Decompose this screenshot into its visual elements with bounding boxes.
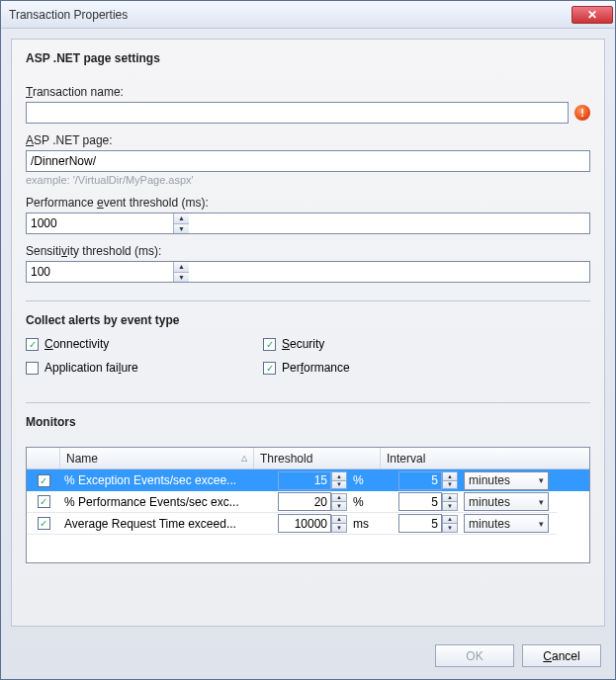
row-checkbox[interactable]: ✓: [38, 495, 50, 508]
spin-up-icon[interactable]: ▲: [174, 262, 189, 273]
interval-spinner[interactable]: ▲▼: [442, 471, 458, 489]
table-row[interactable]: ✓% Exception Events/sec excee...15▲▼%5▲▼…: [27, 469, 589, 491]
spin-up-icon[interactable]: ▲: [443, 472, 457, 481]
row-name: % Performance Events/sec exc...: [60, 491, 254, 513]
header-checkbox-col[interactable]: [27, 448, 60, 468]
asp-page-input[interactable]: [26, 150, 590, 172]
section-heading-alerts: Collect alerts by event type: [26, 313, 590, 327]
row-checkbox[interactable]: ✓: [38, 474, 50, 487]
spin-up-icon[interactable]: ▲: [332, 494, 346, 503]
spinner-buttons[interactable]: ▲▼: [173, 213, 189, 233]
spin-down-icon[interactable]: ▼: [174, 273, 189, 283]
header-interval[interactable]: Interval: [381, 448, 589, 468]
sens-threshold-label: Sensitivity threshold (ms):: [26, 244, 590, 258]
titlebar: Transaction Properties ✕: [1, 1, 615, 29]
table-body: ✓% Exception Events/sec excee...15▲▼%5▲▼…: [27, 469, 589, 535]
checkbox-icon: ✓: [26, 338, 39, 351]
asp-page-hint: example: '/VirtualDir/MyPage.aspx': [26, 174, 590, 186]
spin-down-icon[interactable]: ▼: [332, 524, 346, 532]
perf-threshold-label: Performance event threshold (ms):: [26, 196, 590, 210]
cancel-button[interactable]: Cancel: [522, 644, 601, 667]
separator: [26, 300, 590, 301]
spinner-buttons[interactable]: ▲▼: [173, 262, 189, 282]
spin-down-icon[interactable]: ▼: [174, 224, 189, 234]
row-name: % Exception Events/sec excee...: [60, 469, 254, 491]
dialog-content: ASP .NET page settings Transaction name:…: [11, 39, 605, 627]
spin-down-icon[interactable]: ▼: [332, 502, 346, 510]
dialog-footer: OK Cancel: [1, 637, 615, 679]
checkbox-label: Security: [282, 337, 324, 351]
threshold-unit: %: [349, 491, 381, 513]
separator: [26, 402, 590, 403]
interval-unit-combo[interactable]: minutes: [464, 492, 549, 511]
threshold-spinner[interactable]: ▲▼: [331, 471, 347, 489]
checkbox-icon: ✓: [263, 338, 276, 351]
close-button[interactable]: ✕: [572, 6, 613, 24]
checkbox-label: Performance: [282, 361, 350, 375]
table-row[interactable]: ✓% Performance Events/sec exc...20▲▼%5▲▼…: [27, 491, 589, 513]
perf-threshold-input[interactable]: [27, 213, 173, 233]
perf-threshold-spinner[interactable]: ▲▼: [26, 212, 590, 234]
table-header: Name△ Threshold Interval: [27, 448, 589, 469]
threshold-value[interactable]: 20: [278, 492, 331, 511]
spin-up-icon[interactable]: ▲: [174, 213, 189, 224]
threshold-value[interactable]: 10000: [278, 514, 331, 533]
row-checkbox[interactable]: ✓: [38, 517, 50, 530]
interval-value[interactable]: 5: [398, 514, 442, 533]
interval-unit-combo[interactable]: minutes: [464, 471, 549, 490]
sens-threshold-spinner[interactable]: ▲▼: [26, 261, 590, 283]
asp-page-label: ASP .NET page:: [26, 133, 590, 147]
interval-value[interactable]: 5: [398, 492, 442, 511]
error-icon: !: [574, 105, 590, 121]
spin-up-icon[interactable]: ▲: [332, 472, 346, 481]
threshold-spinner[interactable]: ▲▼: [331, 493, 347, 511]
header-name[interactable]: Name△: [60, 448, 254, 468]
sens-threshold-input[interactable]: [27, 262, 173, 282]
monitors-table: Name△ Threshold Interval ✓% Exception Ev…: [26, 447, 590, 563]
interval-spinner[interactable]: ▲▼: [442, 493, 458, 511]
interval-spinner[interactable]: ▲▼: [442, 515, 458, 533]
checkbox-label: Application failure: [44, 361, 138, 375]
header-threshold[interactable]: Threshold: [254, 448, 381, 468]
threshold-value[interactable]: 15: [278, 471, 331, 490]
row-name: Average Request Time exceed...: [60, 513, 254, 535]
ok-button[interactable]: OK: [435, 644, 514, 667]
section-heading-page-settings: ASP .NET page settings: [26, 51, 590, 65]
threshold-spinner[interactable]: ▲▼: [331, 515, 347, 533]
checkbox-security[interactable]: ✓ Security: [263, 337, 461, 351]
threshold-unit: %: [349, 469, 381, 491]
table-row[interactable]: ✓Average Request Time exceed...10000▲▼ms…: [27, 513, 589, 535]
checkbox-icon: [26, 362, 39, 375]
close-icon: ✕: [587, 8, 597, 22]
spin-up-icon[interactable]: ▲: [443, 494, 457, 503]
spin-up-icon[interactable]: ▲: [332, 516, 346, 525]
transaction-name-input[interactable]: [26, 102, 569, 124]
interval-value[interactable]: 5: [398, 471, 442, 490]
checkbox-connectivity[interactable]: ✓ Connectivity: [26, 337, 223, 351]
spin-down-icon[interactable]: ▼: [443, 481, 457, 489]
sort-asc-icon: △: [241, 454, 247, 463]
transaction-name-label: Transaction name:: [26, 85, 590, 99]
section-heading-monitors: Monitors: [26, 415, 590, 429]
checkbox-performance[interactable]: ✓ Performance: [263, 361, 461, 375]
checkbox-label: Connectivity: [44, 337, 109, 351]
spin-down-icon[interactable]: ▼: [332, 481, 346, 489]
interval-unit-combo[interactable]: minutes: [464, 514, 549, 533]
checkbox-icon: ✓: [263, 362, 276, 375]
checkbox-app-failure[interactable]: Application failure: [26, 361, 223, 375]
spin-down-icon[interactable]: ▼: [443, 502, 457, 510]
titlebar-title: Transaction Properties: [9, 8, 572, 22]
dialog-window: Transaction Properties ✕ ASP .NET page s…: [0, 0, 616, 680]
spin-down-icon[interactable]: ▼: [443, 524, 457, 532]
threshold-unit: ms: [349, 513, 381, 535]
spin-up-icon[interactable]: ▲: [443, 516, 457, 525]
